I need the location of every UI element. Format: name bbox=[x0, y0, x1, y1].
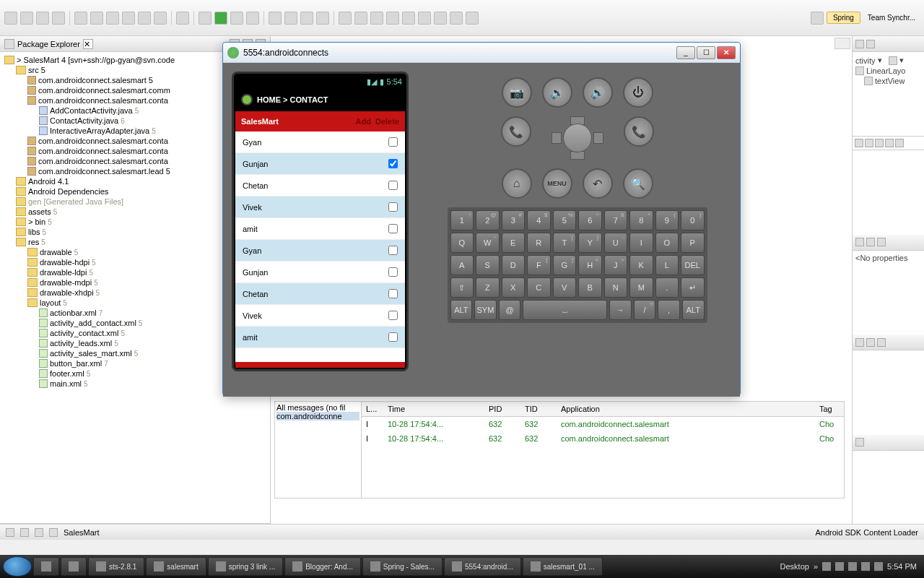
col-tag[interactable]: Tag bbox=[815, 402, 844, 416]
keyboard-key[interactable]: ALT bbox=[450, 300, 473, 320]
dropdown-activity[interactable]: ctivity bbox=[855, 56, 876, 65]
keyboard-key[interactable]: Q bbox=[450, 233, 474, 253]
save-icon[interactable] bbox=[855, 338, 864, 347]
toolbar-button[interactable] bbox=[466, 12, 479, 25]
toolbar-button[interactable] bbox=[20, 12, 33, 25]
keyboard-key[interactable]: , bbox=[658, 300, 680, 320]
keyboard-key[interactable]: [F bbox=[527, 255, 551, 275]
logcat-filters[interactable]: All messages (no fil com.androidconne bbox=[275, 402, 362, 498]
contact-list[interactable]: GyanGunjanChetanVivekamitGyanGunjanCheta… bbox=[235, 131, 405, 362]
taskbar-pin[interactable] bbox=[33, 557, 59, 576]
toolbar-button[interactable] bbox=[370, 12, 383, 25]
keyboard-key[interactable]: C bbox=[527, 277, 551, 298]
keyboard-key[interactable]: . bbox=[655, 277, 679, 298]
open-perspective-button[interactable] bbox=[811, 12, 824, 25]
toolbar-button[interactable] bbox=[339, 12, 352, 25]
keyboard-key[interactable]: &7 bbox=[604, 210, 628, 230]
keyboard-key[interactable]: ^6 bbox=[578, 210, 602, 230]
taskbar-item[interactable]: salesmart bbox=[146, 557, 206, 576]
keyboard-key[interactable]: @ bbox=[499, 300, 521, 320]
volume-icon[interactable] bbox=[874, 562, 883, 571]
toolbar-button[interactable] bbox=[4, 12, 17, 25]
delete-button[interactable]: Delete bbox=[375, 117, 399, 126]
filter-item[interactable]: com.androidconne bbox=[276, 412, 359, 420]
status-icon[interactable] bbox=[49, 528, 58, 537]
keyboard-key[interactable]: O bbox=[655, 233, 679, 253]
keyboard-key[interactable]: ⇧ bbox=[450, 277, 474, 298]
toolbar-button[interactable] bbox=[284, 12, 297, 25]
contact-row[interactable]: Vivek bbox=[235, 197, 405, 218]
contact-checkbox[interactable] bbox=[388, 137, 398, 147]
perspective-spring[interactable]: Spring bbox=[827, 12, 860, 24]
keyboard-key[interactable]: R bbox=[527, 233, 551, 253]
keyboard-key[interactable]: ALT bbox=[682, 300, 705, 320]
keyboard-key[interactable]: ⎵ bbox=[523, 300, 607, 320]
search-button[interactable]: 🔍 bbox=[623, 168, 653, 199]
col-level[interactable]: L... bbox=[362, 402, 383, 416]
tray-icon[interactable] bbox=[822, 562, 831, 571]
close-button[interactable]: ✕ bbox=[717, 46, 736, 59]
power-button[interactable]: ⏻ bbox=[623, 77, 653, 108]
view-icon[interactable] bbox=[877, 238, 886, 246]
zoom-fit-icon[interactable] bbox=[885, 139, 894, 147]
keyboard-key[interactable]: A bbox=[450, 255, 474, 275]
keyboard-key[interactable]: V bbox=[553, 277, 577, 298]
keyboard-key[interactable]: N bbox=[604, 277, 628, 298]
keyboard-key[interactable]: ]G bbox=[553, 255, 577, 275]
contact-checkbox[interactable] bbox=[388, 159, 398, 168]
contact-row[interactable]: Gunjan bbox=[235, 153, 405, 175]
toolbar-button[interactable] bbox=[269, 12, 282, 25]
contact-row[interactable]: amit bbox=[235, 327, 405, 348]
keyboard-key[interactable]: E bbox=[502, 233, 526, 253]
toolbar-button[interactable] bbox=[154, 12, 167, 25]
keyboard-key[interactable]: }Y bbox=[578, 233, 602, 253]
keyboard-key[interactable]: I bbox=[629, 233, 653, 253]
contact-checkbox[interactable] bbox=[388, 202, 398, 212]
perspective-team-sync[interactable]: Team Synchr... bbox=[863, 12, 920, 23]
editor-min-max[interactable] bbox=[834, 38, 850, 49]
keyboard-key[interactable]: #3 bbox=[502, 210, 526, 230]
chevron-icon[interactable]: » bbox=[814, 562, 818, 571]
toolbar-button[interactable] bbox=[316, 12, 329, 25]
clock[interactable]: 5:54 PM bbox=[887, 562, 917, 571]
outline-item[interactable]: LinearLayo bbox=[866, 66, 905, 75]
emulator-keyboard[interactable]: !1@2#3$4%5^6&7*8(9)0Q~WER{T}Y-UIOPA`S'D[… bbox=[448, 207, 707, 323]
contact-row[interactable]: Gunjan bbox=[235, 262, 405, 283]
contact-checkbox[interactable] bbox=[388, 246, 398, 255]
status-icon[interactable] bbox=[6, 528, 14, 537]
keyboard-key[interactable]: P bbox=[681, 233, 705, 253]
menu-button[interactable]: MENU bbox=[542, 168, 572, 199]
contact-row[interactable]: Chetan bbox=[235, 283, 405, 305]
keyboard-key[interactable]: -U bbox=[604, 233, 628, 253]
taskbar-item[interactable]: Spring - Sales... bbox=[362, 557, 443, 576]
tray-icon[interactable] bbox=[848, 562, 857, 571]
view-icon[interactable] bbox=[866, 238, 875, 246]
taskbar-item[interactable]: sts-2.8.1 bbox=[88, 557, 144, 576]
emulator-titlebar[interactable]: 5554:androidconnects _ ☐ ✕ bbox=[223, 43, 740, 63]
keyboard-key[interactable]: *8 bbox=[629, 210, 653, 230]
add-button[interactable]: Add bbox=[356, 117, 371, 126]
zoom-icon[interactable] bbox=[895, 139, 904, 147]
keyboard-key[interactable]: $4 bbox=[527, 210, 551, 230]
contact-checkbox[interactable] bbox=[388, 332, 398, 342]
close-icon[interactable] bbox=[866, 40, 875, 48]
start-button[interactable] bbox=[3, 556, 32, 577]
contact-row[interactable]: Vivek bbox=[235, 305, 405, 327]
toolbar-button[interactable] bbox=[176, 12, 189, 25]
log-row[interactable]: I10-28 17:54:4...632632com.androidconnec… bbox=[362, 431, 844, 446]
minimize-button[interactable]: _ bbox=[676, 46, 695, 59]
view-icon[interactable] bbox=[877, 338, 886, 347]
taskbar-pin[interactable] bbox=[61, 557, 87, 576]
dpad[interactable] bbox=[541, 116, 614, 160]
keyboard-key[interactable]: M bbox=[629, 277, 653, 298]
keyboard-key[interactable]: B bbox=[578, 277, 602, 298]
contact-row[interactable]: Gyan bbox=[235, 131, 405, 153]
contact-checkbox[interactable] bbox=[388, 267, 398, 277]
toolbar-button[interactable] bbox=[230, 12, 243, 25]
zoom-reset-icon[interactable] bbox=[865, 139, 873, 147]
keyboard-key[interactable]: <H bbox=[578, 255, 602, 275]
toolbar-button[interactable] bbox=[36, 12, 49, 25]
keyboard-key[interactable]: X bbox=[502, 277, 526, 298]
toolbar-button[interactable] bbox=[74, 12, 87, 25]
col-time[interactable]: Time bbox=[383, 402, 484, 416]
